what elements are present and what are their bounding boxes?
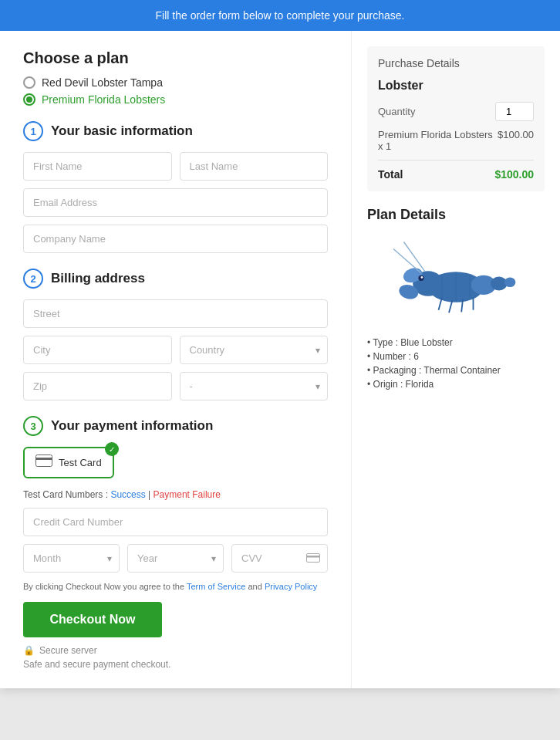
quantity-label: Quantity <box>378 106 415 117</box>
lobster-image <box>386 234 525 326</box>
zip-state-row: - <box>23 372 328 400</box>
country-wrapper: Country <box>180 336 329 364</box>
purchase-details-title: Purchase Details <box>378 57 534 69</box>
basic-info-step: 1 <box>23 121 43 141</box>
cvv-icon <box>306 552 320 565</box>
terms-before: By clicking Checkout Now you agree to th… <box>23 582 187 591</box>
test-card-label: Test Card Numbers : <box>23 489 108 500</box>
billing-step: 2 <box>23 269 43 289</box>
last-name-field <box>180 152 329 181</box>
cvv-wrapper <box>231 544 328 573</box>
cc-number-row <box>23 508 328 536</box>
city-country-row: Country <box>23 336 328 364</box>
plan-detail-1: Number : 6 <box>367 351 545 362</box>
first-name-input[interactable] <box>23 152 172 181</box>
lobster-image-container <box>367 234 545 326</box>
line-item-label: Premium Florida Lobsters x 1 <box>378 129 498 152</box>
svg-point-8 <box>504 277 515 287</box>
billing-header: 2 Billing address <box>23 269 328 289</box>
street-row <box>23 299 328 328</box>
main-content: Choose a plan Red Devil Lobster Tampa Pr… <box>0 31 560 688</box>
plan-details-title: Plan Details <box>367 207 545 223</box>
plan-detail-3: Origin : Florida <box>367 379 545 390</box>
plan-option-premium[interactable]: Premium Florida Lobsters <box>23 93 328 106</box>
terms-of-service-link[interactable]: Term of Service <box>187 582 245 591</box>
year-select[interactable]: Year 2024 2025 2026 2027 2028 <box>127 544 224 573</box>
svg-point-18 <box>421 276 423 279</box>
year-wrapper: Year 2024 2025 2026 2027 2028 <box>127 544 224 573</box>
svg-line-14 <box>449 300 453 313</box>
secure-label: Secure server <box>39 645 97 656</box>
test-card-info: Test Card Numbers : Success | Payment Fa… <box>23 489 328 500</box>
total-row: Total $100.00 <box>378 168 534 181</box>
banner-text: Fill the order form below to complete yo… <box>156 9 405 22</box>
city-input[interactable] <box>23 336 172 364</box>
state-select[interactable]: - <box>180 372 329 400</box>
email-row <box>23 188 328 217</box>
safe-text: Safe and secure payment checkout. <box>23 659 328 670</box>
payment-header: 3 Your payment information <box>23 416 328 436</box>
terms-text: By clicking Checkout Now you agree to th… <box>23 582 328 591</box>
total-amount: $100.00 <box>494 168 534 181</box>
cc-number-field <box>23 508 328 536</box>
choose-plan-title: Choose a plan <box>23 49 328 67</box>
plan-detail-2: Packaging : Thermal Container <box>367 365 545 376</box>
street-field <box>23 299 328 328</box>
page-wrapper: Fill the order form below to complete yo… <box>0 0 560 688</box>
email-field <box>23 188 328 217</box>
svg-rect-2 <box>307 553 320 562</box>
product-name: Lobster <box>378 79 534 93</box>
svg-rect-1 <box>35 458 52 460</box>
radio-red-devil <box>23 76 35 89</box>
secure-info: 🔒 Secure server <box>23 645 328 656</box>
line-item-price: $100.00 <box>498 129 534 152</box>
month-wrapper: Month 01 02 03 04 05 06 07 08 09 10 11 1… <box>23 544 120 573</box>
plan-detail-0: Type : Blue Lobster <box>367 337 545 348</box>
email-input[interactable] <box>23 188 328 217</box>
zip-field <box>23 372 172 400</box>
country-select[interactable]: Country <box>180 336 329 364</box>
state-wrapper: - <box>180 372 329 400</box>
city-field <box>23 336 172 364</box>
credit-card-icon <box>35 454 52 471</box>
company-field <box>23 225 328 253</box>
right-panel: Purchase Details Lobster Quantity Premiu… <box>352 31 560 688</box>
svg-rect-3 <box>306 556 320 558</box>
basic-info-header: 1 Your basic information <box>23 121 328 141</box>
radio-premium <box>23 93 35 106</box>
street-input[interactable] <box>23 299 328 328</box>
purchase-details-box: Purchase Details Lobster Quantity Premiu… <box>367 46 545 191</box>
first-name-field <box>23 152 172 181</box>
success-link[interactable]: Success <box>110 489 145 500</box>
quantity-input[interactable] <box>495 102 534 121</box>
basic-info-title: Your basic information <box>51 123 193 139</box>
card-option[interactable]: ✓ Test Card <box>23 447 114 478</box>
svg-rect-0 <box>36 455 52 467</box>
card-check-icon: ✓ <box>105 442 119 456</box>
cc-number-input[interactable] <box>23 508 328 536</box>
card-details-row: Month 01 02 03 04 05 06 07 08 09 10 11 1… <box>23 544 328 573</box>
company-row <box>23 225 328 253</box>
name-row <box>23 152 328 181</box>
plan-details-list: Type : Blue Lobster Number : 6 Packaging… <box>367 337 545 390</box>
plan-option-red-devil[interactable]: Red Devil Lobster Tampa <box>23 76 328 89</box>
total-label: Total <box>378 168 403 181</box>
last-name-input[interactable] <box>180 152 329 181</box>
quantity-row: Quantity <box>378 102 534 121</box>
checkout-button[interactable]: Checkout Now <box>23 602 162 637</box>
privacy-policy-link[interactable]: Privacy Policy <box>265 582 317 591</box>
left-panel: Choose a plan Red Devil Lobster Tampa Pr… <box>0 31 352 688</box>
month-select[interactable]: Month 01 02 03 04 05 06 07 08 09 10 11 1… <box>23 544 120 573</box>
plan-label-red-devil: Red Devil Lobster Tampa <box>42 76 163 89</box>
failure-link[interactable]: Payment Failure <box>153 489 221 500</box>
zip-input[interactable] <box>23 372 172 400</box>
top-banner: Fill the order form below to complete yo… <box>0 0 560 31</box>
payment-title: Your payment information <box>51 418 213 434</box>
company-input[interactable] <box>23 225 328 253</box>
card-option-label: Test Card <box>59 457 102 468</box>
line-item: Premium Florida Lobsters x 1 $100.00 <box>378 129 534 161</box>
plan-label-premium: Premium Florida Lobsters <box>42 93 165 106</box>
billing-title: Billing address <box>51 271 145 286</box>
lock-icon: 🔒 <box>23 645 35 656</box>
terms-middle: and <box>248 582 264 591</box>
